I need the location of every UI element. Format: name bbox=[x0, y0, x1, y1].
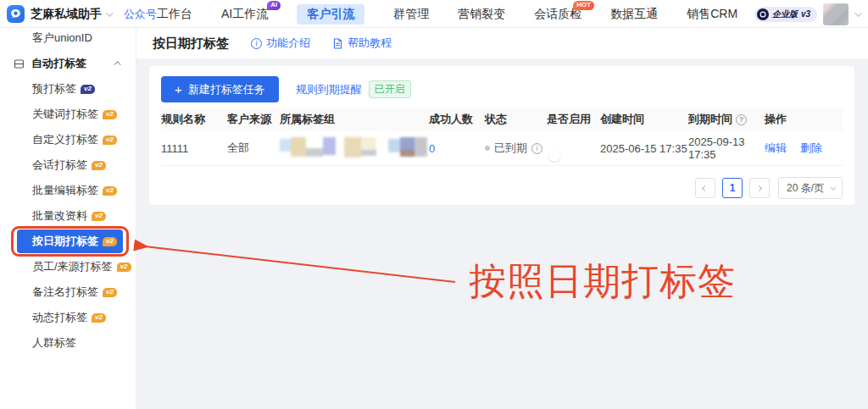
sidebar-item-pre-tag[interactable]: 预打标签 v2 bbox=[0, 76, 136, 102]
page-1-button[interactable]: 1 bbox=[722, 178, 743, 198]
rule-expiry-reminder: 规则到期提醒 已开启 bbox=[296, 80, 411, 98]
cell-created-time: 2025-06-15 17:35 bbox=[600, 142, 688, 155]
col-success-count: 成功人数 bbox=[429, 112, 485, 127]
sidebar-menu: 客户unionID 自动打标签 预打标签 v2 关键词打标签 v2 自定义打标签… bbox=[0, 25, 136, 356]
table-card: + 新建打标签任务 规则到期提醒 已开启 规则名称 客户来源 所属标签组 成功人… bbox=[149, 66, 854, 205]
nav-item-ai-workflow[interactable]: AI工作流 AI bbox=[207, 0, 282, 28]
blurred-tag-chip bbox=[344, 137, 380, 159]
edit-link[interactable]: 编辑 bbox=[765, 141, 787, 156]
new-task-button[interactable]: + 新建打标签任务 bbox=[161, 76, 279, 102]
col-actions: 操作 bbox=[765, 112, 843, 127]
col-created-time: 创建时间 bbox=[600, 112, 688, 127]
sidebar-item-tag-by-date[interactable]: 按日期打标签 v2 bbox=[17, 229, 123, 253]
reminder-link[interactable]: 规则到期提醒 bbox=[296, 82, 362, 97]
app-logo-icon bbox=[7, 5, 25, 23]
nav-item-group-management[interactable]: 群管理 bbox=[379, 0, 443, 28]
avatar-image bbox=[823, 3, 849, 25]
v2-badge: v2 bbox=[103, 110, 117, 119]
page-title: 按日期打标签 bbox=[153, 36, 229, 52]
reminder-status-badge: 已开启 bbox=[369, 80, 411, 98]
next-page-button[interactable] bbox=[749, 178, 770, 198]
main-area: 按日期打标签 i 功能介绍 帮助教程 + 新建打标签任务 规则到期提醒 已开启 bbox=[136, 28, 868, 409]
v2-badge: v2 bbox=[81, 85, 95, 94]
cell-success-count[interactable]: 0 bbox=[429, 142, 485, 155]
v2-badge: v2 bbox=[117, 263, 131, 272]
ai-badge: AI bbox=[267, 1, 281, 10]
user-avatar[interactable] bbox=[823, 3, 849, 25]
sidebar-group-auto-tagging[interactable]: 自动打标签 bbox=[0, 51, 136, 76]
page-header: 按日期打标签 i 功能介绍 帮助教程 bbox=[136, 28, 868, 59]
collapse-chevron-up-icon bbox=[114, 61, 120, 68]
table-row: 11111 全部 bbox=[161, 131, 843, 166]
v2-badge: v2 bbox=[92, 161, 106, 170]
brand-name: 芝麻私域助手 bbox=[31, 7, 102, 22]
v2-badge: v2 bbox=[92, 212, 106, 221]
nav-item-marketing-fission[interactable]: 营销裂变 bbox=[443, 0, 520, 28]
nav-item-data-interop[interactable]: 数据互通 bbox=[596, 0, 672, 28]
nav-item-workbench[interactable]: 工作台 bbox=[142, 0, 207, 28]
col-status: 状态 bbox=[485, 112, 547, 127]
v2-badge: v2 bbox=[103, 135, 117, 145]
sidebar-item-batch-edit-tag[interactable]: 批量编辑标签 v2 bbox=[0, 178, 136, 203]
v2-badge: v2 bbox=[103, 288, 117, 297]
account-chevron-down-icon[interactable] bbox=[854, 9, 861, 16]
v2-badge: v2 bbox=[92, 313, 106, 323]
plan-badge: 企业版 v3 bbox=[754, 7, 817, 22]
top-navbar: 芝麻私域助手 公众号 工作台 AI工作流 AI 客户引流 群管理 营销裂变 会话… bbox=[0, 0, 868, 28]
main-nav: 工作台 AI工作流 AI 客户引流 群管理 营销裂变 会话质检 HOT 数据互通… bbox=[142, 0, 814, 28]
chevron-right-icon bbox=[756, 185, 762, 191]
delete-link[interactable]: 删除 bbox=[800, 141, 822, 156]
sidebar-item-staff-source-tag[interactable]: 员工/来源打标签 v2 bbox=[0, 254, 136, 279]
col-enabled: 是否启用 bbox=[547, 112, 600, 127]
chevron-left-icon bbox=[702, 185, 708, 191]
col-customer-source: 客户来源 bbox=[227, 112, 280, 127]
v2-badge: v2 bbox=[103, 237, 117, 246]
feature-intro-link[interactable]: i 功能介绍 bbox=[251, 36, 310, 51]
col-expire-time: 到期时间 ? bbox=[688, 112, 765, 127]
sidebar: 客户unionID 自动打标签 预打标签 v2 关键词打标签 v2 自定义打标签… bbox=[0, 28, 136, 409]
sidebar-item-dynamic-tag[interactable]: 动态打标签 v2 bbox=[0, 305, 136, 330]
cell-expire-time: 2025-09-13 17:35 bbox=[688, 135, 765, 161]
info-icon: i bbox=[251, 38, 262, 49]
table-header: 规则名称 客户来源 所属标签组 成功人数 状态 是否启用 创建时间 到期时间 ?… bbox=[161, 108, 843, 131]
page-size-select[interactable]: 20 条/页 bbox=[778, 177, 843, 199]
sidebar-item-unionid[interactable]: 客户unionID bbox=[0, 25, 136, 51]
pagination: 1 20 条/页 bbox=[161, 177, 843, 199]
sidebar-item-session-tag[interactable]: 会话打标签 v2 bbox=[0, 152, 136, 178]
prev-page-button[interactable] bbox=[695, 178, 715, 198]
folder-icon bbox=[14, 58, 25, 69]
sidebar-item-remark-tag[interactable]: 备注名打标签 v2 bbox=[0, 279, 136, 305]
help-tutorial-link[interactable]: 帮助教程 bbox=[332, 36, 392, 51]
nav-item-session-qc[interactable]: 会话质检 HOT bbox=[520, 0, 596, 28]
sidebar-item-custom-tag[interactable]: 自定义打标签 v2 bbox=[0, 127, 136, 152]
cell-customer-source: 全部 bbox=[227, 141, 280, 156]
sidebar-item-batch-edit-profile[interactable]: 批量改资料 v2 bbox=[0, 203, 136, 229]
chevron-down-icon bbox=[830, 184, 836, 190]
col-rule-name: 规则名称 bbox=[161, 112, 227, 127]
nav-item-customer-acquisition[interactable]: 客户引流 bbox=[282, 0, 379, 28]
sidebar-item-crowd-tag[interactable]: 人群标签 bbox=[0, 330, 136, 356]
cell-status: 已到期 i bbox=[485, 141, 547, 156]
sidebar-item-keyword-tag[interactable]: 关键词打标签 v2 bbox=[0, 102, 136, 127]
document-icon bbox=[332, 38, 343, 49]
cell-tag-group bbox=[280, 137, 429, 159]
plan-name: 企业版 bbox=[772, 8, 798, 20]
col-tag-group: 所属标签组 bbox=[280, 112, 429, 127]
brand[interactable]: 芝麻私域助手 公众号 bbox=[7, 0, 157, 28]
nav-item-sales-crm[interactable]: 销售CRM bbox=[672, 0, 752, 28]
navbar-right: 企业版 v3 bbox=[754, 0, 860, 28]
status-dot-icon bbox=[485, 146, 490, 151]
cell-actions: 编辑 删除 bbox=[765, 141, 843, 156]
plan-icon bbox=[757, 8, 769, 20]
blurred-tag-chip bbox=[280, 137, 336, 159]
v2-badge: v2 bbox=[103, 186, 117, 196]
cell-rule-name: 11111 bbox=[161, 142, 227, 155]
info-icon[interactable]: i bbox=[531, 143, 542, 154]
content-area: + 新建打标签任务 规则到期提醒 已开启 规则名称 客户来源 所属标签组 成功人… bbox=[136, 59, 868, 409]
question-icon[interactable]: ? bbox=[736, 114, 747, 125]
plus-icon: + bbox=[175, 83, 182, 96]
toolbar: + 新建打标签任务 规则到期提醒 已开启 bbox=[161, 76, 843, 102]
hot-badge: HOT bbox=[573, 1, 594, 10]
blurred-tag-chip bbox=[388, 137, 429, 159]
brand-chevron-down-icon[interactable] bbox=[106, 9, 113, 16]
